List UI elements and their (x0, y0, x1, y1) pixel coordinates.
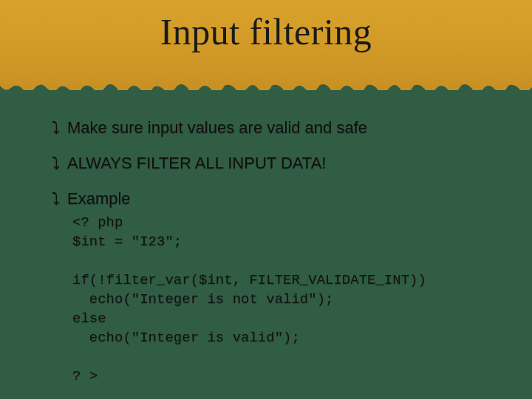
bullet-text: Make sure input values are valid and saf… (67, 118, 367, 137)
slide: Input filtering ⤵ Make sure input values… (0, 0, 532, 399)
slide-body: ⤵ Make sure input values are valid and s… (52, 118, 488, 386)
bullet-text: ALWAYS FILTER ALL INPUT DATA! (67, 154, 326, 173)
bullet-item: ⤵ ALWAYS FILTER ALL INPUT DATA! (52, 154, 488, 173)
bullet-glyph-icon: ⤵ (52, 154, 60, 173)
bullet-item: ⤵ Example (52, 189, 488, 208)
bullet-glyph-icon: ⤵ (52, 118, 60, 137)
bullet-item: ⤵ Make sure input values are valid and s… (52, 118, 488, 137)
slide-title: Input filtering (0, 10, 532, 53)
bullet-glyph-icon: ⤵ (52, 189, 60, 208)
bullet-text: Example (67, 189, 131, 208)
code-block: <? php $int = "I23"; if(!filter_var($int… (72, 213, 488, 386)
